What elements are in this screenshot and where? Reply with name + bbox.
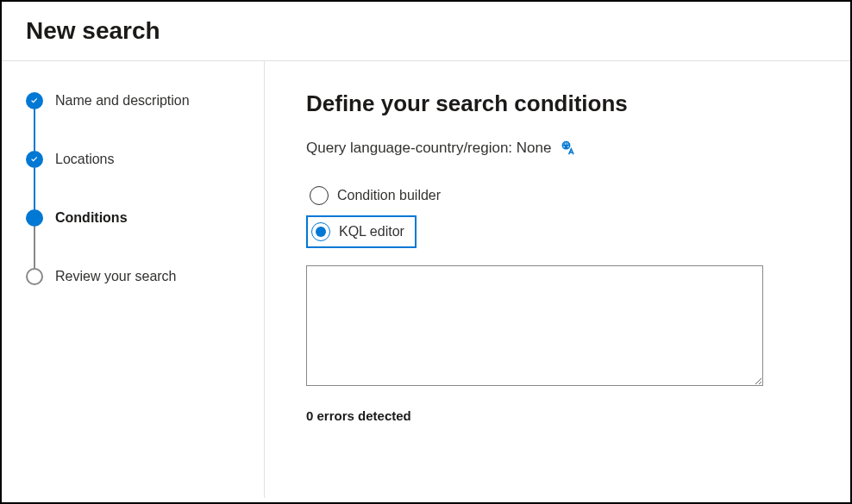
step-label: Name and description	[55, 93, 190, 109]
step-locations[interactable]: Locations	[26, 151, 243, 168]
radio-label: Condition builder	[337, 188, 441, 203]
step-connector	[34, 227, 35, 268]
step-connector	[34, 168, 35, 209]
step-label: Conditions	[55, 210, 128, 226]
step-label: Review your search	[55, 269, 177, 284]
radio-icon	[311, 222, 330, 241]
step-name-and-description[interactable]: Name and description	[26, 92, 243, 109]
header: New search	[2, 2, 850, 61]
wizard-steps: Name and description Locations Condition…	[26, 92, 243, 285]
wizard-sidebar: Name and description Locations Condition…	[2, 61, 265, 498]
errors-status: 0 errors detected	[306, 408, 809, 423]
language-region-row: Query language-country/region: None	[306, 140, 809, 157]
check-icon	[26, 92, 43, 109]
current-step-icon	[26, 209, 43, 227]
editor-mode-radio-group: Condition builder KQL editor	[306, 181, 809, 248]
step-label: Locations	[55, 152, 115, 167]
main-heading: Define your search conditions	[306, 90, 809, 117]
upcoming-step-icon	[26, 268, 43, 285]
main-panel: Define your search conditions Query lang…	[265, 61, 850, 498]
page-title: New search	[26, 17, 826, 45]
step-conditions[interactable]: Conditions	[26, 209, 243, 227]
radio-label: KQL editor	[339, 224, 404, 240]
step-review-your-search[interactable]: Review your search	[26, 268, 243, 285]
body: Name and description Locations Condition…	[2, 61, 850, 498]
radio-kql-editor[interactable]: KQL editor	[306, 215, 417, 248]
translate-icon[interactable]	[560, 140, 577, 157]
radio-icon	[310, 186, 329, 205]
check-icon	[26, 151, 43, 168]
language-region-label: Query language-country/region: None	[306, 140, 551, 157]
kql-editor-textarea[interactable]	[306, 265, 763, 386]
radio-condition-builder[interactable]: Condition builder	[306, 181, 449, 210]
step-connector	[34, 109, 35, 151]
